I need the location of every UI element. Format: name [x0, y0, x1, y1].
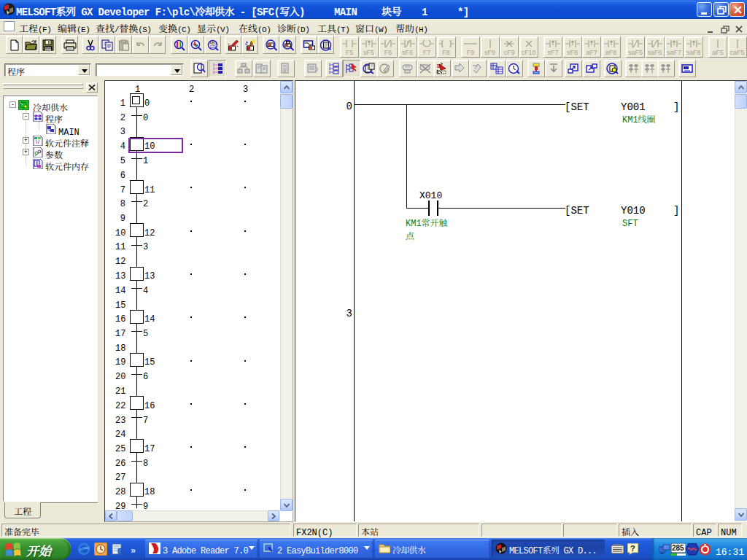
svg-text:e: e	[80, 544, 85, 555]
svg-text:123: 123	[209, 44, 216, 49]
svg-text:?: ?	[630, 544, 635, 553]
svg-text:285: 285	[672, 544, 684, 552]
